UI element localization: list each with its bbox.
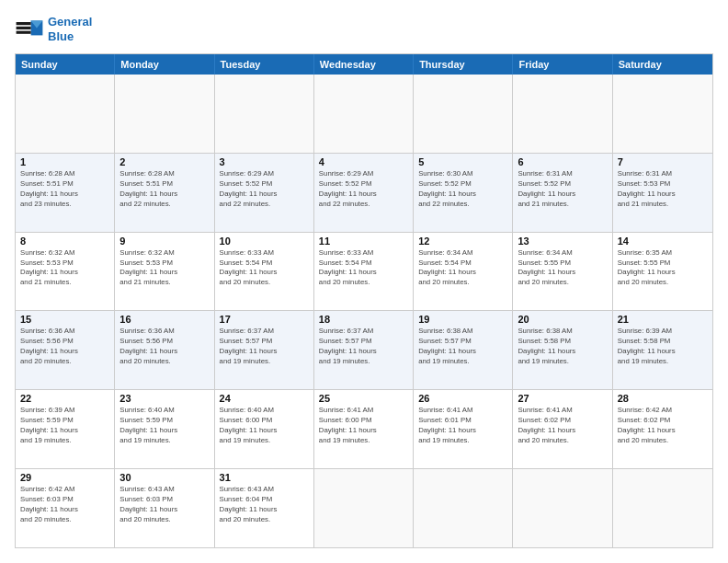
- day-number: 7: [618, 156, 708, 167]
- day-number: 11: [319, 236, 408, 247]
- calendar-cell: 31Sunrise: 6:43 AM Sunset: 6:04 PM Dayli…: [215, 469, 314, 547]
- svg-rect-3: [17, 22, 31, 25]
- day-info: Sunrise: 6:39 AM Sunset: 5:59 PM Dayligh…: [20, 406, 109, 446]
- calendar-row-3: 15Sunrise: 6:36 AM Sunset: 5:56 PM Dayli…: [16, 311, 712, 390]
- calendar-cell: 1Sunrise: 6:28 AM Sunset: 5:51 PM Daylig…: [16, 154, 115, 232]
- calendar-cell: [16, 75, 115, 153]
- calendar-cell: 30Sunrise: 6:43 AM Sunset: 6:03 PM Dayli…: [115, 469, 214, 547]
- day-info: Sunrise: 6:43 AM Sunset: 6:03 PM Dayligh…: [119, 485, 209, 525]
- calendar-cell: 26Sunrise: 6:41 AM Sunset: 6:01 PM Dayli…: [414, 390, 513, 468]
- day-number: 4: [319, 156, 408, 167]
- logo: General Blue: [15, 15, 92, 44]
- day-info: Sunrise: 6:42 AM Sunset: 6:03 PM Dayligh…: [20, 485, 109, 525]
- calendar-cell: 2Sunrise: 6:28 AM Sunset: 5:51 PM Daylig…: [115, 154, 214, 232]
- calendar-cell: 13Sunrise: 6:34 AM Sunset: 5:55 PM Dayli…: [513, 233, 612, 311]
- day-info: Sunrise: 6:35 AM Sunset: 5:55 PM Dayligh…: [618, 248, 708, 289]
- calendar-cell: 14Sunrise: 6:35 AM Sunset: 5:55 PM Dayli…: [613, 233, 712, 311]
- calendar-cell: 11Sunrise: 6:33 AM Sunset: 5:54 PM Dayli…: [314, 233, 414, 311]
- calendar-cell: [414, 75, 513, 153]
- general-blue-logo-icon: [15, 15, 44, 44]
- day-number: 13: [518, 236, 607, 247]
- calendar-cell: 12Sunrise: 6:34 AM Sunset: 5:54 PM Dayli…: [414, 233, 513, 311]
- day-number: 3: [220, 156, 309, 167]
- calendar-cell: 9Sunrise: 6:32 AM Sunset: 5:53 PM Daylig…: [115, 233, 214, 311]
- day-number: 25: [319, 393, 408, 404]
- day-number: 31: [220, 472, 309, 483]
- day-info: Sunrise: 6:37 AM Sunset: 5:57 PM Dayligh…: [319, 327, 408, 367]
- day-number: 23: [119, 393, 209, 404]
- day-info: Sunrise: 6:34 AM Sunset: 5:55 PM Dayligh…: [518, 248, 607, 289]
- calendar-cell: 10Sunrise: 6:33 AM Sunset: 5:54 PM Dayli…: [215, 233, 314, 311]
- calendar-cell: 7Sunrise: 6:31 AM Sunset: 5:53 PM Daylig…: [613, 154, 712, 232]
- day-info: Sunrise: 6:40 AM Sunset: 5:59 PM Dayligh…: [119, 406, 209, 446]
- calendar-cell: 20Sunrise: 6:38 AM Sunset: 5:58 PM Dayli…: [513, 311, 612, 389]
- calendar-cell: 18Sunrise: 6:37 AM Sunset: 5:57 PM Dayli…: [314, 311, 414, 389]
- day-info: Sunrise: 6:30 AM Sunset: 5:52 PM Dayligh…: [418, 169, 507, 210]
- day-info: Sunrise: 6:32 AM Sunset: 5:53 PM Dayligh…: [119, 248, 209, 289]
- day-number: 5: [418, 156, 507, 167]
- day-info: Sunrise: 6:36 AM Sunset: 5:56 PM Dayligh…: [119, 327, 209, 367]
- calendar-cell: [314, 469, 414, 547]
- calendar-cell: 3Sunrise: 6:29 AM Sunset: 5:52 PM Daylig…: [215, 154, 314, 232]
- day-number: 30: [119, 472, 209, 483]
- calendar-body: 1Sunrise: 6:28 AM Sunset: 5:51 PM Daylig…: [16, 75, 712, 547]
- day-number: 26: [418, 393, 507, 404]
- day-info: Sunrise: 6:38 AM Sunset: 5:57 PM Dayligh…: [418, 327, 507, 367]
- day-number: 28: [618, 393, 708, 404]
- day-info: Sunrise: 6:39 AM Sunset: 5:58 PM Dayligh…: [618, 327, 708, 367]
- day-info: Sunrise: 6:33 AM Sunset: 5:54 PM Dayligh…: [220, 248, 309, 289]
- day-number: 9: [119, 236, 209, 247]
- day-number: 21: [618, 314, 708, 325]
- day-info: Sunrise: 6:41 AM Sunset: 6:01 PM Dayligh…: [418, 406, 507, 446]
- day-info: Sunrise: 6:43 AM Sunset: 6:04 PM Dayligh…: [220, 485, 309, 525]
- header-day-wednesday: Wednesday: [314, 54, 414, 75]
- header-day-thursday: Thursday: [414, 54, 513, 75]
- day-number: 27: [518, 393, 607, 404]
- day-number: 22: [20, 393, 109, 404]
- calendar-cell: [513, 75, 612, 153]
- day-info: Sunrise: 6:37 AM Sunset: 5:57 PM Dayligh…: [220, 327, 309, 367]
- day-number: 8: [20, 236, 109, 247]
- day-info: Sunrise: 6:41 AM Sunset: 6:02 PM Dayligh…: [518, 406, 607, 446]
- day-number: 16: [119, 314, 209, 325]
- day-number: 1: [20, 156, 109, 167]
- calendar-cell: 27Sunrise: 6:41 AM Sunset: 6:02 PM Dayli…: [513, 390, 612, 468]
- calendar-cell: 17Sunrise: 6:37 AM Sunset: 5:57 PM Dayli…: [215, 311, 314, 389]
- calendar: SundayMondayTuesdayWednesdayThursdayFrid…: [15, 53, 713, 548]
- header-day-monday: Monday: [115, 54, 214, 75]
- day-info: Sunrise: 6:29 AM Sunset: 5:52 PM Dayligh…: [220, 169, 309, 210]
- calendar-cell: [414, 469, 513, 547]
- day-info: Sunrise: 6:28 AM Sunset: 5:51 PM Dayligh…: [119, 169, 209, 210]
- calendar-row-4: 22Sunrise: 6:39 AM Sunset: 5:59 PM Dayli…: [16, 390, 712, 469]
- calendar-cell: 24Sunrise: 6:40 AM Sunset: 6:00 PM Dayli…: [215, 390, 314, 468]
- calendar-cell: 22Sunrise: 6:39 AM Sunset: 5:59 PM Dayli…: [16, 390, 115, 468]
- calendar-cell: [314, 75, 414, 153]
- calendar-header: SundayMondayTuesdayWednesdayThursdayFrid…: [16, 54, 712, 75]
- day-number: 12: [418, 236, 507, 247]
- header-day-friday: Friday: [513, 54, 612, 75]
- calendar-cell: [215, 75, 314, 153]
- day-number: 2: [119, 156, 209, 167]
- day-number: 14: [618, 236, 708, 247]
- day-info: Sunrise: 6:34 AM Sunset: 5:54 PM Dayligh…: [418, 248, 507, 289]
- calendar-cell: [115, 75, 214, 153]
- day-number: 17: [220, 314, 309, 325]
- day-number: 10: [220, 236, 309, 247]
- header-day-saturday: Saturday: [613, 54, 712, 75]
- day-info: Sunrise: 6:32 AM Sunset: 5:53 PM Dayligh…: [20, 248, 109, 289]
- day-info: Sunrise: 6:38 AM Sunset: 5:58 PM Dayligh…: [518, 327, 607, 367]
- svg-rect-5: [17, 31, 31, 34]
- calendar-cell: [513, 469, 612, 547]
- calendar-row-2: 8Sunrise: 6:32 AM Sunset: 5:53 PM Daylig…: [16, 233, 712, 312]
- header-day-sunday: Sunday: [16, 54, 115, 75]
- calendar-row-1: 1Sunrise: 6:28 AM Sunset: 5:51 PM Daylig…: [16, 154, 712, 233]
- calendar-cell: 15Sunrise: 6:36 AM Sunset: 5:56 PM Dayli…: [16, 311, 115, 389]
- day-info: Sunrise: 6:28 AM Sunset: 5:51 PM Dayligh…: [20, 169, 109, 210]
- day-number: 24: [220, 393, 309, 404]
- calendar-row-0: [16, 75, 712, 154]
- calendar-cell: 29Sunrise: 6:42 AM Sunset: 6:03 PM Dayli…: [16, 469, 115, 547]
- day-number: 29: [20, 472, 109, 483]
- calendar-cell: 21Sunrise: 6:39 AM Sunset: 5:58 PM Dayli…: [613, 311, 712, 389]
- calendar-cell: 23Sunrise: 6:40 AM Sunset: 5:59 PM Dayli…: [115, 390, 214, 468]
- day-info: Sunrise: 6:31 AM Sunset: 5:53 PM Dayligh…: [618, 169, 708, 210]
